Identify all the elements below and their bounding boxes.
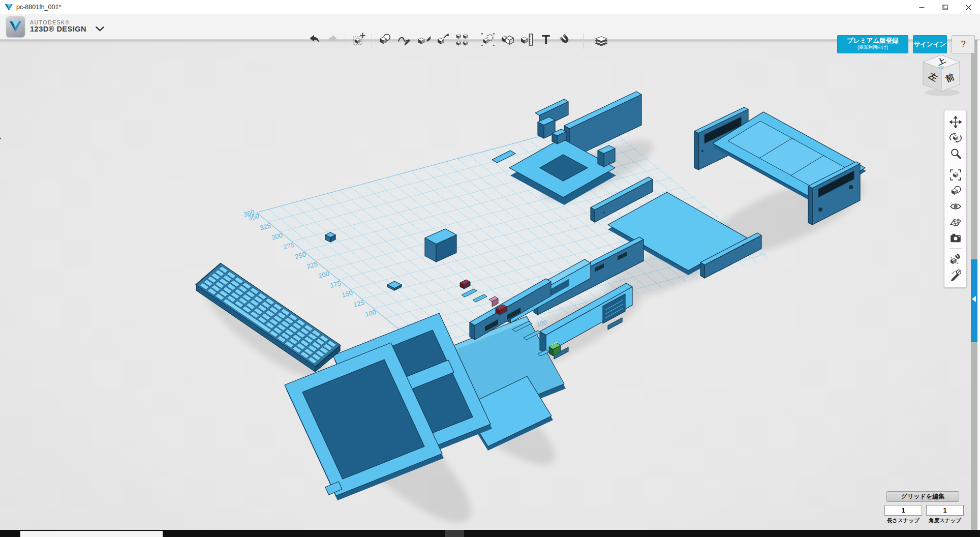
- pattern-tool[interactable]: ··: [452, 29, 472, 53]
- toolbar-separator: [949, 164, 962, 164]
- sketch-tool[interactable]: ··: [394, 29, 414, 53]
- svg-text:150: 150: [341, 289, 354, 299]
- length-snap-input[interactable]: [884, 505, 922, 516]
- minimize-button[interactable]: [910, 0, 933, 14]
- panel-collapse-tab[interactable]: [971, 259, 977, 342]
- right-edge: [977, 40, 980, 530]
- ribbon: AUTODESK® 123D® DESIGN: [0, 14, 980, 40]
- transform-tool[interactable]: ··: [349, 29, 369, 53]
- premium-register-button[interactable]: プレミアム版登録 (商業利用向け): [837, 35, 908, 53]
- document-title: pc-8801fh_001*: [16, 4, 61, 11]
- svg-text:325: 325: [259, 222, 272, 232]
- viewport[interactable]: 3603503253002752502252001751501251000255…: [0, 40, 980, 530]
- svg-text:100: 100: [364, 308, 377, 318]
- orbit-tool[interactable]: [947, 130, 964, 145]
- group-tool[interactable]: ··: [478, 29, 498, 53]
- angle-snap-input[interactable]: [926, 505, 964, 516]
- show-hide-tool[interactable]: [947, 198, 964, 214]
- main-toolbar: ·· ·· ··: [304, 28, 611, 54]
- chevron-left-icon: [972, 296, 976, 302]
- pan-tool[interactable]: [947, 114, 964, 130]
- length-snap-label: 長さスナップ: [884, 517, 922, 524]
- toolbar-separator: [583, 34, 584, 49]
- help-button[interactable]: ?: [952, 35, 975, 53]
- application-window: pc-8801fh_001* AUTODESK®: [0, 0, 980, 537]
- shading-tool[interactable]: [947, 183, 964, 198]
- maximize-button[interactable]: [933, 0, 957, 14]
- autodesk-123d-logo: [6, 16, 25, 37]
- redo-button[interactable]: [323, 29, 343, 53]
- part-button-red[interactable]: [460, 280, 470, 289]
- text-tool[interactable]: T ··: [536, 29, 556, 53]
- toolbar-separator: [346, 34, 346, 49]
- svg-text:200: 200: [318, 270, 330, 280]
- svg-text:275: 275: [283, 241, 295, 251]
- model-scene[interactable]: 3603503253002752502252001751501251000255…: [0, 40, 980, 530]
- primitives-tool[interactable]: ··: [375, 29, 394, 53]
- toolbar-separator: [949, 248, 962, 249]
- titlebar: pc-8801fh_001*: [0, 0, 980, 14]
- premium-label: プレミアム版登録: [838, 37, 908, 45]
- svg-text:175: 175: [329, 279, 342, 289]
- app-logo-icon: [5, 4, 13, 11]
- sketch-visibility-tool[interactable]: [947, 267, 964, 283]
- premium-sublabel: (商業利用向け): [838, 45, 908, 50]
- taskbar: [0, 530, 980, 537]
- brand-123d-design: 123D® DESIGN: [30, 25, 86, 33]
- grid-snap-panel: グリッドを編集 長さスナップ 角度スナップ: [884, 491, 966, 524]
- svg-text:300: 300: [271, 231, 284, 242]
- part-small-cube[interactable]: [325, 232, 335, 242]
- snap-tool[interactable]: ··: [556, 29, 575, 53]
- zoom-fit-tool[interactable]: [947, 167, 964, 183]
- construct-tool[interactable]: ··: [414, 29, 433, 53]
- app-menu[interactable]: AUTODESK® 123D® DESIGN: [6, 16, 104, 37]
- signin-button[interactable]: サインイン: [913, 35, 947, 53]
- svg-text:125: 125: [353, 299, 365, 309]
- taskbar-search[interactable]: [20, 531, 163, 537]
- toolbar-separator: [475, 34, 475, 49]
- view-toolbar: [944, 110, 967, 288]
- svg-text:250: 250: [294, 250, 307, 260]
- angle-snap-label: 角度スナップ: [926, 517, 964, 524]
- close-button[interactable]: [957, 0, 980, 14]
- svg-text:225: 225: [306, 260, 319, 270]
- taskbar-app[interactable]: [445, 530, 464, 537]
- material-tool[interactable]: [592, 29, 611, 53]
- zoom-tool[interactable]: [947, 145, 964, 161]
- grid-visibility-tool[interactable]: [947, 214, 964, 230]
- measure-tool[interactable]: ··: [517, 29, 536, 53]
- view-cube[interactable]: 上 左 前: [916, 50, 969, 99]
- modify-tool[interactable]: ··: [433, 29, 452, 53]
- combine-tool[interactable]: ··: [498, 29, 517, 53]
- edit-grid-button[interactable]: グリッドを編集: [886, 491, 959, 502]
- undo-button[interactable]: [304, 29, 323, 53]
- snap-toggle-tool[interactable]: [947, 251, 964, 267]
- svg-text:T: T: [542, 33, 550, 47]
- toolbar-separator: [372, 34, 372, 49]
- chevron-down-icon[interactable]: [96, 26, 104, 32]
- screenshot-tool[interactable]: [947, 230, 964, 246]
